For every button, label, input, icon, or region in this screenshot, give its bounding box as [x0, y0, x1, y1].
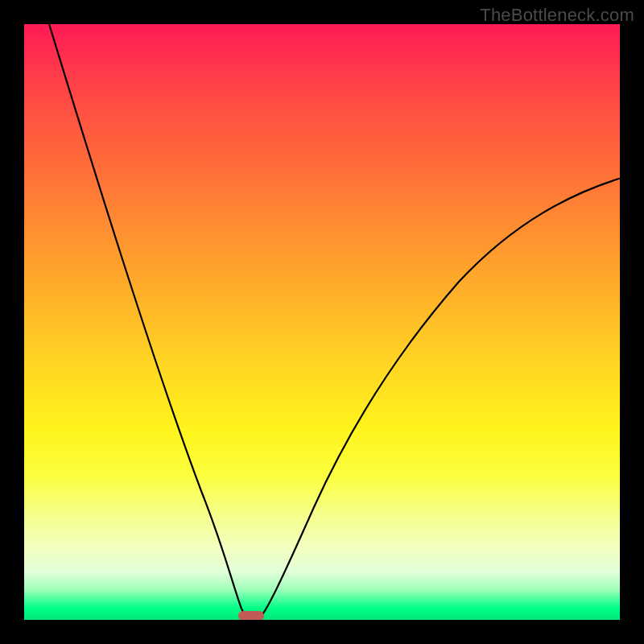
- curve-right-branch: [259, 177, 620, 618]
- curve-layer: [24, 24, 620, 620]
- chart-frame: TheBottleneck.com: [0, 0, 644, 644]
- watermark-text: TheBottleneck.com: [480, 5, 634, 26]
- plot-area: [24, 24, 620, 620]
- min-marker: [238, 611, 264, 620]
- curve-left-branch: [47, 24, 250, 618]
